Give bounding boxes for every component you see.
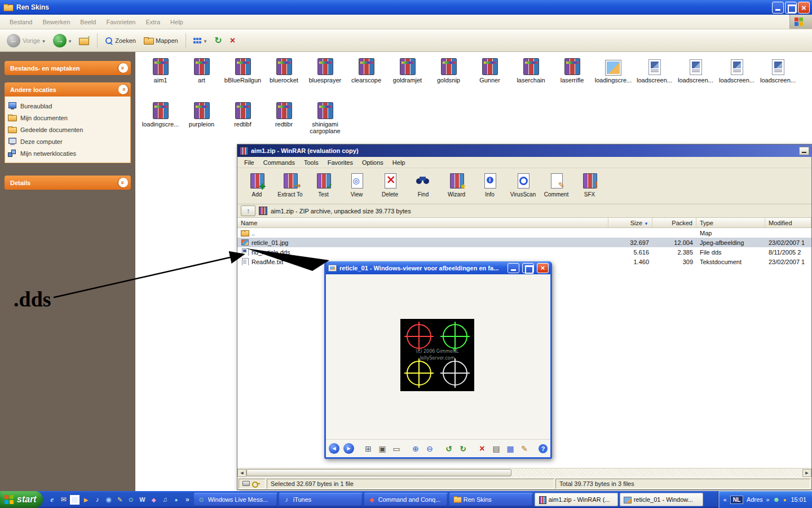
quick-launch-icon[interactable] — [171, 495, 181, 505]
file-icon-item[interactable]: loadscreen... — [675, 56, 716, 100]
winrar-tool-button[interactable]: View — [341, 170, 373, 203]
task-button[interactable]: Ren Skins — [449, 493, 533, 506]
start-button[interactable]: start — [0, 491, 43, 508]
scroll-left-button[interactable] — [237, 469, 246, 477]
winrar-tool-button[interactable]: Extract To — [274, 170, 306, 203]
file-icon-item[interactable]: aim1 — [140, 56, 181, 100]
file-icon-item[interactable]: laserrifle — [551, 56, 593, 100]
winrar-tool-button[interactable]: Info — [474, 170, 506, 203]
close-button[interactable] — [798, 2, 810, 14]
scrollbar-track[interactable] — [246, 469, 802, 477]
file-icon-item[interactable]: bluesprayer — [304, 56, 346, 100]
file-icon-item[interactable]: laserchain — [510, 56, 551, 100]
minimize-button[interactable] — [772, 2, 784, 14]
back-button[interactable]: Vorige — [5, 33, 47, 49]
file-icon-item[interactable]: art — [181, 56, 222, 100]
winrar-minimize-button[interactable] — [799, 147, 809, 155]
menu-item[interactable]: Favorieten — [101, 19, 140, 25]
quick-launch-icon[interactable] — [81, 495, 91, 505]
winrar-tool-button[interactable]: Add — [241, 170, 273, 203]
sidebar-panel-file-tasks[interactable]: Bestands- en maptaken — [5, 61, 131, 75]
quick-launch-icon[interactable] — [59, 495, 68, 505]
file-row[interactable]: .. Map — [237, 228, 811, 238]
file-icon-item[interactable]: clearscope — [346, 56, 387, 100]
file-icon-item[interactable]: redtibr — [263, 100, 304, 144]
column-size[interactable]: Size — [608, 218, 652, 227]
quick-launch-icon[interactable] — [149, 495, 158, 505]
task-button[interactable]: Command and Conq... — [364, 493, 448, 506]
menu-item[interactable]: Beeld — [75, 19, 101, 25]
maximize-button[interactable] — [785, 2, 797, 14]
viewer-tool-icon[interactable] — [505, 444, 515, 454]
file-icon-item[interactable]: loadingscre... — [593, 56, 634, 100]
file-icon-item[interactable]: goldsnip — [428, 56, 469, 100]
menu-item[interactable]: Favorites — [323, 159, 358, 166]
horizontal-scrollbar[interactable] — [237, 468, 811, 477]
viewer-tool-icon[interactable] — [329, 443, 339, 454]
viewer-tool-icon[interactable] — [391, 444, 401, 454]
hide-icons-chevron[interactable] — [723, 496, 727, 503]
scrollbar-thumb[interactable] — [246, 469, 511, 476]
file-icon-item[interactable]: loadscreen... — [716, 56, 757, 100]
quick-launch-icon[interactable] — [126, 495, 136, 505]
viewer-minimize-button[interactable] — [508, 263, 519, 273]
viewer-tool-icon[interactable] — [458, 444, 468, 454]
quick-launch-icon[interactable] — [47, 495, 57, 505]
up-one-level-button[interactable] — [241, 205, 255, 216]
views-button[interactable] — [191, 36, 209, 45]
task-button[interactable]: iTunes — [279, 493, 363, 506]
chevron-up-icon[interactable] — [118, 85, 128, 94]
column-packed[interactable]: Packed — [652, 218, 696, 227]
refresh-button[interactable] — [212, 34, 224, 47]
menu-item[interactable]: Commands — [259, 159, 299, 166]
winrar-tool-button[interactable]: Comment — [540, 170, 572, 203]
viewer-tool-icon[interactable] — [539, 444, 548, 453]
winrar-tool-button[interactable]: Find — [407, 170, 439, 203]
file-icon-item[interactable]: goldramjet — [387, 56, 428, 100]
menu-item[interactable]: Options — [358, 159, 388, 166]
forward-button[interactable] — [51, 33, 74, 49]
chevron-down-icon[interactable] — [118, 178, 128, 187]
file-icon-item[interactable]: loadingscre... — [140, 100, 181, 144]
sidebar-item[interactable]: Gedeelde documenten — [8, 125, 127, 134]
tray-icon[interactable] — [783, 496, 786, 503]
menu-item[interactable]: File — [240, 159, 259, 166]
winrar-tool-button[interactable]: Wizard — [440, 170, 473, 203]
menu-item[interactable]: Help — [165, 19, 188, 25]
sidebar-item[interactable]: Mijn documenten — [8, 113, 127, 122]
sidebar-item[interactable]: Bureaublad — [8, 102, 127, 110]
winrar-tool-button[interactable]: VirusScan — [507, 170, 539, 203]
quick-launch-icon[interactable] — [160, 495, 170, 505]
quick-launch-icon[interactable] — [115, 495, 125, 505]
menu-item[interactable]: Extra — [140, 19, 165, 25]
address-toolbar-label[interactable]: Adres — [747, 496, 763, 503]
file-icon-item[interactable]: bluerocket — [263, 56, 304, 100]
column-name[interactable]: Name — [237, 218, 608, 227]
up-button[interactable] — [77, 34, 92, 46]
viewer-tool-icon[interactable] — [377, 444, 387, 454]
viewer-tool-icon[interactable] — [491, 444, 501, 454]
messenger-tray-icon[interactable] — [773, 496, 780, 503]
viewer-tool-icon[interactable] — [519, 444, 529, 454]
chevron-down-icon[interactable] — [118, 63, 128, 73]
winrar-tool-button[interactable]: SFX — [573, 170, 606, 203]
task-button[interactable]: Windows Live Mess... — [194, 493, 277, 506]
search-button[interactable]: Zoeken — [103, 36, 138, 46]
language-indicator[interactable]: NL — [730, 496, 743, 504]
viewer-close-button[interactable] — [537, 263, 549, 273]
viewer-tool-icon[interactable] — [425, 444, 435, 454]
stop-button[interactable] — [228, 34, 237, 47]
viewer-tool-icon[interactable] — [363, 444, 373, 454]
viewer-tool-icon[interactable] — [343, 443, 354, 454]
menu-item[interactable]: Help — [388, 159, 410, 166]
address-chevron-icon[interactable] — [766, 496, 770, 503]
task-button[interactable]: aim1.zip - WinRAR (... — [535, 493, 618, 506]
folders-button[interactable]: Mappen — [142, 36, 180, 46]
file-icon-item[interactable]: Gunner — [469, 56, 510, 100]
file-row[interactable]: hd_reticle.dds 5.616 2.385 File dds 8/11… — [237, 247, 811, 257]
viewer-tool-icon[interactable] — [444, 444, 454, 454]
file-icon-item[interactable]: shinigami cargoplane — [304, 100, 346, 144]
quick-launch-icon[interactable] — [104, 495, 113, 505]
sidebar-item[interactable]: Deze computer — [8, 137, 127, 146]
file-row[interactable]: reticle_01.jpg 32.697 12.004 Jpeg-afbeel… — [237, 238, 811, 247]
